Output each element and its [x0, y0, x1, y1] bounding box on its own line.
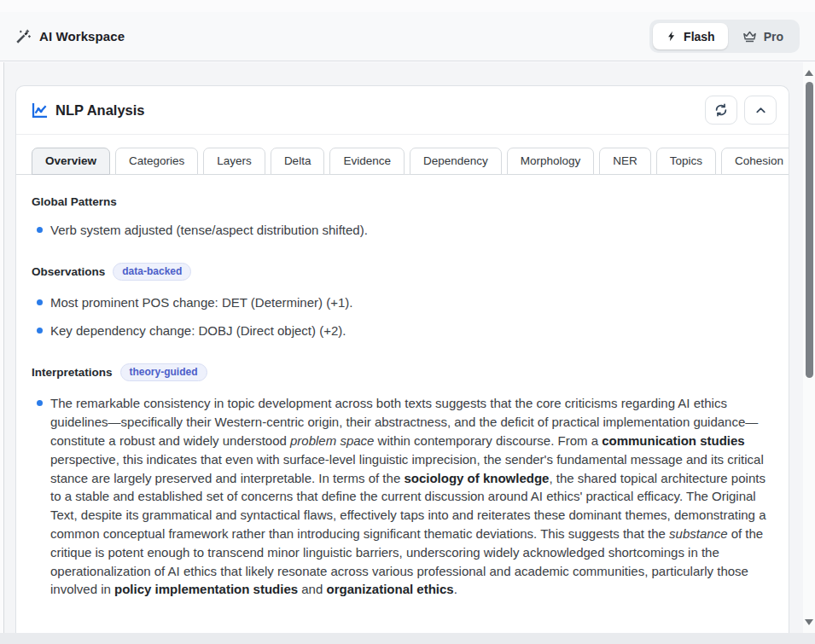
app-header: AI Workspace Flash Pro [0, 12, 815, 61]
lightning-bolt-icon [666, 30, 677, 43]
tab-delta[interactable]: Delta [271, 148, 325, 175]
tab-morphology[interactable]: Morphology [507, 148, 595, 175]
scrollbar-thumb[interactable] [806, 82, 813, 378]
refresh-button[interactable] [705, 96, 737, 125]
tab-ner[interactable]: NER [599, 148, 651, 175]
scroll-up-arrow-icon[interactable] [805, 70, 813, 76]
section-title: Global Patterns [32, 195, 117, 208]
vertical-scrollbar[interactable] [803, 62, 815, 633]
magic-wand-icon [15, 29, 31, 44]
app-title: AI Workspace [39, 29, 125, 44]
analysis-tabs: Overview Categories Layers Delta Evidenc… [16, 135, 789, 175]
crown-icon [742, 30, 757, 43]
tab-evidence[interactable]: Evidence [329, 148, 405, 175]
data-backed-badge: data-backed [113, 263, 191, 281]
card-actions [705, 96, 777, 125]
tab-dependency[interactable]: Dependency [410, 148, 502, 175]
tab-categories[interactable]: Categories [115, 148, 198, 175]
app-title-group: AI Workspace [15, 29, 125, 44]
mode-toggle: Flash Pro [649, 20, 800, 53]
overview-content: Global Patterns Verb system adjusted (te… [16, 175, 789, 599]
scroll-down-arrow-icon[interactable] [805, 619, 813, 625]
tab-topics[interactable]: Topics [656, 148, 716, 175]
tab-layers[interactable]: Layers [203, 148, 265, 175]
flash-mode-button[interactable]: Flash [653, 23, 728, 49]
list-item: The remarkable consistency in topic deve… [32, 394, 771, 599]
interpretations-heading-row: Interpretations theory-guided [32, 363, 771, 382]
pro-mode-button[interactable]: Pro [730, 23, 796, 49]
tab-cohesion[interactable]: Cohesion [721, 148, 789, 175]
observations-list: Most prominent POS change: DET (Determin… [32, 293, 771, 340]
section-title: Interpretations [32, 366, 113, 379]
flash-mode-label: Flash [684, 30, 715, 44]
interpretations-list: The remarkable consistency in topic deve… [32, 394, 771, 599]
section-title: Observations [32, 265, 105, 278]
refresh-icon [714, 103, 728, 117]
collapse-button[interactable] [744, 96, 777, 125]
panel-title: NLP Analysis [55, 102, 145, 119]
global-patterns-list: Verb system adjusted (tense/aspect distr… [32, 221, 771, 240]
global-patterns-heading-row: Global Patterns [32, 195, 771, 208]
chevron-up-icon [754, 104, 767, 117]
list-item: Key dependency change: DOBJ (Direct obje… [32, 322, 771, 340]
line-chart-icon [32, 102, 48, 119]
card-header: NLP Analysis [16, 86, 789, 135]
nlp-analysis-card: NLP Analysis [15, 85, 789, 633]
list-item: Most prominent POS change: DET (Determin… [32, 293, 771, 312]
page-bottom-strip [0, 633, 815, 644]
tab-overview[interactable]: Overview [32, 148, 110, 175]
card-title-group: NLP Analysis [32, 102, 145, 119]
list-item: Verb system adjusted (tense/aspect distr… [32, 221, 771, 240]
theory-guided-badge: theory-guided [120, 363, 207, 382]
pro-mode-label: Pro [764, 30, 783, 44]
observations-heading-row: Observations data-backed [32, 263, 771, 281]
